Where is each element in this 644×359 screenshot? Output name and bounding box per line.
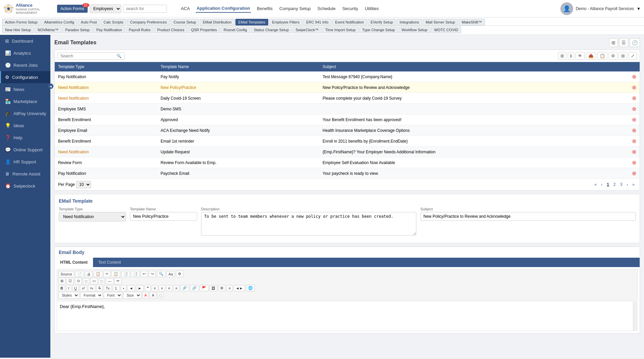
editor-font-select[interactable]: Font <box>104 292 122 299</box>
subnav-time-import-setup[interactable]: Time Import Setup <box>322 27 359 33</box>
editor-subscript-button[interactable]: x₂ <box>88 285 95 291</box>
table-row[interactable]: Need NotificationDaily Covid-19 ScreenPl… <box>55 93 640 104</box>
nav-security[interactable]: Security <box>341 5 359 12</box>
template-type-select[interactable]: Need Notification Pay Notification Emplo… <box>59 212 126 221</box>
toolbar-btn-grid[interactable]: ⊞ <box>619 52 627 60</box>
editor-size-select[interactable]: Size <box>123 292 141 299</box>
editor-scrollbar[interactable] <box>633 301 638 331</box>
sidebar-item-dashboard[interactable]: ⊞ Dashboard <box>0 35 50 47</box>
editor-find-button[interactable]: 🔍 <box>157 271 166 277</box>
delete-button[interactable]: ⊗ <box>632 149 636 155</box>
toolbar-btn-filter[interactable]: ⚙ <box>609 52 617 60</box>
subnav-pay-notification[interactable]: Pay Notification <box>93 27 125 33</box>
nav-company-setup[interactable]: Company Setup <box>279 5 311 12</box>
nav-benefits[interactable]: Benefits <box>256 5 273 12</box>
cell-template-name[interactable]: Update Request <box>157 147 319 157</box>
editor-special2-button[interactable]: □ <box>157 292 164 298</box>
subnav-email-distribution[interactable]: EMail Distribution <box>200 19 235 25</box>
sidebar-item-configuration[interactable]: ⚙ Configuration <box>0 71 50 83</box>
cell-template-name[interactable]: Daily Covid-19 Screen <box>157 93 319 104</box>
toolbar-btn-3[interactable]: 👁 <box>576 52 585 60</box>
nav-schedule[interactable]: Schedule <box>317 5 336 12</box>
editor-bold-button[interactable]: B <box>58 285 65 291</box>
editor-outdent-button[interactable]: ◄ <box>127 285 135 291</box>
editor-styles-select[interactable]: Styles <box>58 292 79 299</box>
delete-button[interactable]: ⊗ <box>632 127 636 134</box>
table-row[interactable]: Need NotificationUpdate Request{Emp.Firs… <box>55 147 640 157</box>
table-row[interactable]: Need NotificationNew Policy/PracticeNew … <box>55 82 640 93</box>
editor-content-text[interactable]: Dear {Emp.FirstName}, <box>60 304 635 309</box>
table-row[interactable]: Employee EmailACA Exchange Need NotifyHe… <box>55 125 640 136</box>
sidebar-item-allpay-university[interactable]: 🎓 AllPay University <box>0 107 50 119</box>
toolbar-btn-2[interactable]: ℹ <box>568 52 574 60</box>
delete-button[interactable]: ⊗ <box>632 95 636 101</box>
cell-template-name[interactable]: Review Form Available to Emp. <box>157 157 319 168</box>
editor-unordered-list-button[interactable]: • <box>121 285 126 291</box>
editor-table2-button[interactable]: ⊞ <box>218 285 225 291</box>
delete-button[interactable]: ⊗ <box>632 138 636 144</box>
page-3-button[interactable]: 3 <box>618 182 624 188</box>
page-2-button[interactable]: 2 <box>612 182 617 188</box>
editor-paste-button[interactable]: 📑 <box>121 271 130 277</box>
search-input[interactable] <box>60 54 117 58</box>
editor-source-button[interactable]: Source <box>58 271 74 277</box>
cell-template-name[interactable]: Pay Notify <box>157 71 319 82</box>
search-for-input[interactable] <box>123 5 167 13</box>
cell-template-name[interactable]: Approved <box>157 114 319 125</box>
editor-button-btn[interactable]: □ <box>99 278 105 284</box>
tab-html-content[interactable]: HTML Content <box>55 258 93 267</box>
table-row[interactable]: Pay NotificationPay NotifyTest Message 8… <box>55 71 640 82</box>
editor-align-right[interactable]: ≡ <box>166 285 172 291</box>
toolbar-btn-5[interactable]: 📋 <box>597 52 607 60</box>
editor-textarea-button[interactable]: □ <box>83 278 89 284</box>
action-forms-button[interactable]: Action Forms 22 <box>57 5 88 13</box>
sidebar-item-swipeclock[interactable]: ⏰ Swipeclock <box>0 180 50 192</box>
subnav-paradox-setup[interactable]: Paradox Setup <box>62 27 93 33</box>
nav-app-config[interactable]: Application Configuration <box>196 4 251 13</box>
subnav-action-forms-setup[interactable]: Action Forms Setup <box>2 19 41 25</box>
editor-italic-button[interactable]: I <box>66 285 71 291</box>
editor-document-icon[interactable]: 📄 <box>75 271 84 277</box>
table-row[interactable]: Review FormReview Form Available to Emp.… <box>55 157 640 168</box>
editor-align-justify[interactable]: ≡ <box>173 285 179 291</box>
page-last-button[interactable]: » <box>631 182 636 188</box>
delete-button[interactable]: ⊗ <box>632 159 636 166</box>
delete-button[interactable]: ⊗ <box>632 106 636 112</box>
subnav-wotc-covid[interactable]: WOTC COVID <box>431 27 461 33</box>
editor-ordered-list-button[interactable]: 1. <box>113 285 120 291</box>
editor-select-button[interactable]: ▭ <box>90 278 98 284</box>
editor-bg-color-button[interactable]: A <box>150 292 156 298</box>
subnav-qsr-properties[interactable]: QSR Properties <box>188 27 220 33</box>
editor-image-button[interactable]: 🖼 <box>210 285 217 291</box>
subnav-new-hire-setup[interactable]: New Hire Setup <box>2 27 34 33</box>
cell-template-name[interactable]: Email 1st reminder <box>157 136 319 147</box>
editor-underline-button[interactable]: U <box>72 285 79 291</box>
editor-align-center[interactable]: ≡ <box>159 285 165 291</box>
user-dropdown-icon[interactable]: ▼ <box>637 6 641 11</box>
editor-link-button[interactable]: 🔗 <box>180 285 189 291</box>
detail-view-button[interactable]: ☰ <box>619 38 628 47</box>
history-button[interactable]: 🕐 <box>630 38 640 47</box>
grid-view-button[interactable]: ⊞ <box>609 38 618 47</box>
toolbar-btn-1[interactable]: ⊞ <box>558 52 566 60</box>
table-row[interactable]: Benefit EnrollmentEmail 1st reminderEnro… <box>55 136 640 147</box>
editor-redo-button[interactable]: ↪ <box>149 271 156 277</box>
editor-format-select[interactable]: Format <box>80 292 103 299</box>
editor-strikethrough-button[interactable]: S̶ <box>96 285 103 291</box>
subnav-altametrics-config[interactable]: Altametrics Config <box>41 19 77 25</box>
sidebar-collapse-button[interactable]: ◄ <box>48 84 53 89</box>
editor-hr2-button[interactable]: ≡ <box>226 285 232 291</box>
delete-button[interactable]: ⊗ <box>632 116 636 123</box>
subnav-novatime[interactable]: NOVAtime™ <box>35 27 61 33</box>
table-row[interactable]: Employee SMSDemo SMS⊗ <box>55 104 640 114</box>
editor-paste-text-button[interactable]: 📑 <box>131 271 140 277</box>
delete-button[interactable]: ⊗ <box>632 84 636 91</box>
editor-undo-button[interactable]: ↩ <box>141 271 148 277</box>
editor-copy-button[interactable]: 📋 <box>111 271 120 277</box>
page-prev-button[interactable]: ‹ <box>599 182 604 188</box>
per-page-select[interactable]: 10 25 50 <box>76 181 91 188</box>
editor-radio-button[interactable]: ⊙ <box>75 278 82 284</box>
editor-special-char-button[interactable]: 🌐 <box>246 285 255 291</box>
subnav-workflow-setup[interactable]: Workflow Setup <box>399 27 430 33</box>
delete-button[interactable]: ⊗ <box>632 170 636 176</box>
